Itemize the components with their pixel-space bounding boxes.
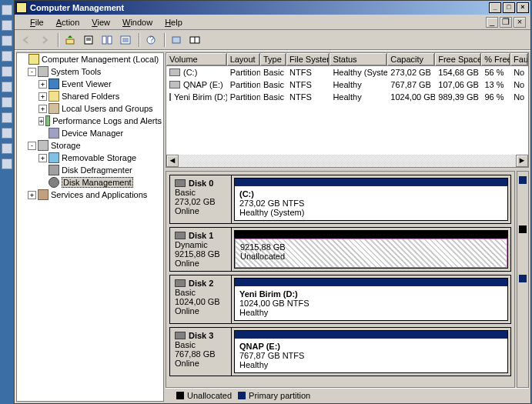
expand-icon[interactable]: + <box>28 191 36 199</box>
toolbar: ? <box>15 30 530 50</box>
scroll-left-button[interactable]: ◄ <box>166 155 179 167</box>
color-indicator <box>519 176 527 184</box>
partition-body: (C:)273,02 GB NTFSHealthy (System) <box>235 186 507 220</box>
volume-row[interactable]: QNAP (E:)PartitionBasicNTFSHealthy767,87… <box>166 78 528 91</box>
drive-icon <box>169 93 171 101</box>
tree-perf[interactable]: +Performance Logs and Alerts <box>17 115 163 127</box>
disk-info: Disk 3Basic767,88 GBOnline <box>170 328 232 376</box>
partition-body: 9215,88 GBUnallocated <box>235 239 507 268</box>
menu-help[interactable]: Help <box>159 16 189 28</box>
col-status[interactable]: Status <box>330 53 387 65</box>
content-area: Computer Management (Local) -System Tool… <box>15 50 530 403</box>
close-button[interactable]: × <box>517 2 529 13</box>
disk-partition-area: (C:)273,02 GB NTFSHealthy (System) <box>232 175 510 223</box>
collapse-icon[interactable]: - <box>28 68 36 76</box>
minimize-button[interactable]: _ <box>489 2 501 13</box>
view-button[interactable] <box>186 32 203 48</box>
partition[interactable]: QNAP (E:)767,87 GB NTFSHealthy <box>234 330 508 373</box>
color-indicator <box>519 225 527 233</box>
tree-storage[interactable]: -Storage <box>17 139 163 152</box>
collapse-icon[interactable]: - <box>28 142 36 150</box>
partition-type-bar <box>235 179 507 186</box>
tree-defrag[interactable]: Disk Defragmenter <box>17 164 163 176</box>
menu-action[interactable]: Action <box>50 16 86 28</box>
col-type[interactable]: Type <box>260 53 286 65</box>
col-capacity[interactable]: Capacity <box>387 53 435 65</box>
col-free[interactable]: Free Space <box>435 53 481 65</box>
volume-list: Volume Layout Type File System Status Ca… <box>166 52 529 168</box>
expand-icon[interactable]: + <box>38 154 47 162</box>
col-volume[interactable]: Volume <box>166 53 227 65</box>
color-indicator <box>519 275 527 282</box>
partition[interactable]: (C:)273,02 GB NTFSHealthy (System) <box>234 178 508 221</box>
expand-icon[interactable]: + <box>38 117 44 125</box>
disk-info: Disk 2Basic1024,00 GBOnline <box>170 275 232 323</box>
tree-device[interactable]: Device Manager <box>17 127 163 139</box>
tree-shared[interactable]: +Shared Folders <box>17 90 163 102</box>
scroll-right-button[interactable]: ► <box>516 155 528 167</box>
disk-row[interactable]: Disk 1Dynamic9215,88 GBOnline9215,88 GBU… <box>169 227 511 272</box>
mdi-restore-button[interactable]: ❐ <box>500 17 512 28</box>
tree-event[interactable]: +Event Viewer <box>17 78 163 90</box>
svg-text:?: ? <box>149 35 154 44</box>
volume-row[interactable]: Yeni Birim (D:)PartitionBasicNTFSHealthy… <box>166 91 528 103</box>
expand-icon[interactable]: + <box>38 105 47 113</box>
menu-view[interactable]: View <box>85 16 116 28</box>
tree-systools[interactable]: -System Tools <box>17 65 163 78</box>
drive-icon <box>169 68 180 76</box>
svg-rect-4 <box>102 36 106 44</box>
tree-diskmgmt[interactable]: Disk Management <box>17 176 163 189</box>
tree-remov[interactable]: +Removable Storage <box>17 152 163 164</box>
window-title: Computer Management <box>30 3 487 12</box>
scroll-track[interactable] <box>179 155 516 167</box>
list-button[interactable] <box>117 32 134 48</box>
disk-partition-area: 9215,88 GBUnallocated <box>232 228 510 271</box>
titlebar[interactable]: Computer Management _ □ × <box>15 1 530 15</box>
disk-row[interactable]: Disk 0Basic273,02 GBOnline(C:)273,02 GB … <box>169 175 511 224</box>
partition[interactable]: 9215,88 GBUnallocated <box>234 230 508 269</box>
menubar: File Action View Window Help _ ❐ × <box>15 15 530 30</box>
computer-management-window: Computer Management _ □ × File Action Vi… <box>14 0 531 404</box>
tree-services[interactable]: +Services and Applications <box>17 189 163 201</box>
disk-info: Disk 1Dynamic9215,88 GBOnline <box>170 228 232 271</box>
legend-unalloc-label: Unallocated <box>187 391 232 400</box>
refresh-button[interactable] <box>99 32 115 48</box>
disk-graphical-view[interactable]: Disk 0Basic273,02 GBOnline(C:)273,02 GB … <box>166 171 515 388</box>
disk-icon <box>175 232 186 239</box>
help-button[interactable]: ? <box>142 32 159 48</box>
expand-icon[interactable]: + <box>38 80 47 88</box>
hscrollbar[interactable]: ◄ ► <box>166 155 528 167</box>
disk-partition-area: Yeni Birim (D:)1024,00 GB NTFSHealthy <box>232 275 510 323</box>
settings-button[interactable] <box>168 32 185 48</box>
partition-type-bar <box>235 231 507 239</box>
expand-icon[interactable]: + <box>38 92 47 101</box>
partition[interactable]: Yeni Birim (D:)1024,00 GB NTFSHealthy <box>234 278 508 321</box>
forward-button <box>36 32 53 48</box>
mdi-close-button[interactable]: × <box>514 17 526 28</box>
disk-icon <box>175 332 186 339</box>
disk-icon <box>175 179 186 187</box>
tree-panel[interactable]: Computer Management (Local) -System Tool… <box>16 52 164 402</box>
svg-rect-6 <box>121 36 130 44</box>
mdi-minimize-button[interactable]: _ <box>486 17 498 28</box>
app-icon <box>16 2 27 13</box>
volume-row[interactable]: (C:)PartitionBasicNTFSHealthy (System)27… <box>166 66 528 78</box>
col-layout[interactable]: Layout <box>227 53 260 65</box>
disk-row[interactable]: Disk 3Basic767,88 GBOnlineQNAP (E:)767,8… <box>169 327 511 376</box>
col-fs[interactable]: File System <box>286 53 330 65</box>
tree-root[interactable]: Computer Management (Local) <box>17 53 163 65</box>
menu-window[interactable]: Window <box>116 16 159 28</box>
volume-header: Volume Layout Type File System Status Ca… <box>166 53 528 66</box>
disk-icon <box>175 279 186 287</box>
disk-info: Disk 0Basic273,02 GBOnline <box>170 175 232 223</box>
tree-users[interactable]: +Local Users and Groups <box>17 102 163 115</box>
svg-rect-0 <box>66 39 74 44</box>
disk-row[interactable]: Disk 2Basic1024,00 GBOnlineYeni Birim (D… <box>169 275 511 324</box>
col-pfree[interactable]: % Free <box>481 53 510 65</box>
up-button[interactable] <box>62 32 79 48</box>
properties-button[interactable] <box>80 32 97 48</box>
maximize-button[interactable]: □ <box>503 2 515 13</box>
col-fault[interactable]: Faul <box>510 53 528 65</box>
menu-file[interactable]: File <box>24 16 50 28</box>
desktop-icons <box>0 0 14 404</box>
